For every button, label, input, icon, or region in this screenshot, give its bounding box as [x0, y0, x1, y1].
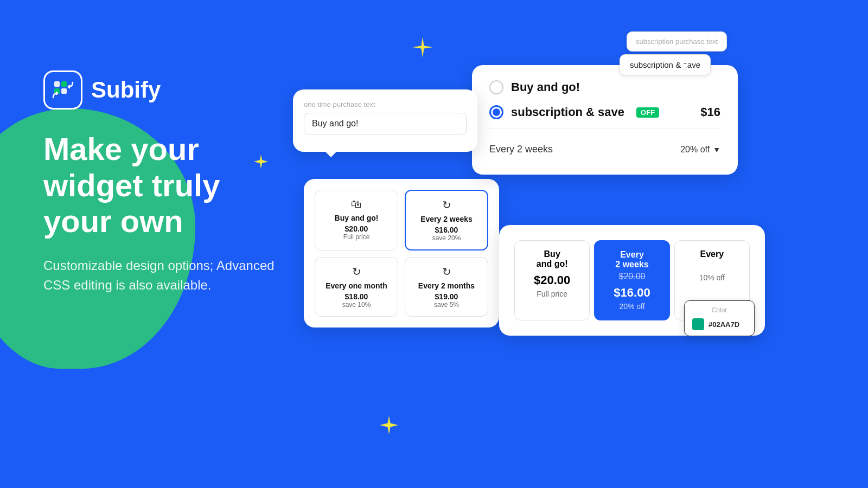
logo-container: Subify — [43, 70, 288, 110]
option-price-2: $16.00 — [412, 226, 481, 234]
option-1month[interactable]: ↻ Every one month $18.00 save 10% — [315, 257, 398, 317]
big-opt-title-2: Every2 weeks — [602, 250, 662, 269]
off-badge: OFF — [636, 107, 659, 118]
option-title-1: Buy and go! — [322, 214, 391, 222]
buy-go-input-display[interactable]: Buy and go! — [304, 113, 467, 134]
option-buy-go[interactable]: 🛍 Buy and go! $20.00 Full price — [315, 190, 398, 251]
save-box: subscription & save — [620, 54, 711, 75]
big-opt-discount-3: 10% off — [681, 273, 743, 282]
star-decoration-top — [412, 37, 433, 60]
subscription-label: subscription & save — [511, 105, 624, 119]
save-box-arrow — [680, 64, 689, 69]
big-opt-discount-1: Full price — [521, 290, 583, 298]
svg-rect-1 — [61, 81, 67, 87]
star-decoration-bottom — [380, 416, 398, 436]
widget-purchase-text: one time purchase text Buy and go! — [293, 89, 477, 152]
option-title-4: Every 2 months — [412, 281, 481, 290]
widget-subscription-toggle: subscription purchase text subscription … — [472, 65, 738, 175]
sub-purchase-label-bubble: subscription purchase text — [627, 31, 727, 52]
refresh-icon-1: ↻ — [412, 198, 481, 211]
buy-go-radio-row[interactable]: Buy and go! — [489, 80, 720, 94]
refresh-icon-3: ↻ — [412, 265, 481, 278]
frequency-label: Every 2 weeks — [489, 144, 553, 155]
main-heading: Make your widget truly your own — [43, 131, 288, 240]
buy-go-radio[interactable] — [489, 80, 503, 94]
logo-icon — [43, 70, 82, 110]
option-savings-2: save 20% — [412, 234, 481, 242]
option-price-1: $20.00 — [322, 224, 391, 233]
options-grid: 🛍 Buy and go! $20.00 Full price ↻ Every … — [315, 190, 488, 317]
option-savings-3: save 10% — [322, 301, 391, 309]
svg-rect-0 — [54, 81, 60, 87]
big-opt-original-2: $20.00 — [602, 272, 662, 281]
option-title-3: Every one month — [322, 281, 391, 290]
color-picker-popup[interactable]: Color #02AA7D — [684, 300, 755, 336]
big-option-3[interactable]: Every 10% off Color #02AA7D — [674, 240, 750, 320]
option-2months[interactable]: ↻ Every 2 months $19.00 save 5% — [405, 257, 488, 317]
color-hex-value: #02AA7D — [709, 320, 739, 329]
star-decoration-small — [254, 155, 268, 171]
logo-text: Subify — [91, 77, 161, 103]
heading-line3: your own — [43, 203, 288, 240]
sub-description: Customizable design options; Advanced CS… — [43, 256, 288, 295]
big-option-2weeks[interactable]: Every2 weeks $20.00 $16.00 20% off — [594, 240, 669, 320]
big-opt-discount-2: 20% off — [602, 302, 662, 311]
widget-grid-options: 🛍 Buy and go! $20.00 Full price ↻ Every … — [304, 179, 499, 328]
frequency-row: Every 2 weeks 20% off ▼ — [489, 139, 720, 159]
big-opt-price-2: $16.00 — [602, 286, 662, 300]
left-panel: Subify Make your widget truly your own C… — [43, 70, 288, 295]
color-popup-label: Color — [692, 306, 746, 314]
heading-line2: widget truly — [43, 168, 288, 204]
sub-purchase-label-text: subscription purchase text — [636, 37, 718, 46]
bag-icon: 🛍 — [322, 198, 391, 210]
subscription-price: $16 — [700, 105, 720, 119]
option-2weeks[interactable]: ↻ Every 2 weeks $16.00 save 20% — [405, 190, 488, 251]
subscription-radio-row[interactable]: subscription & save OFF $16 — [489, 105, 720, 129]
discount-value: 20% off — [680, 145, 710, 155]
buy-go-label: Buy and go! — [511, 80, 580, 94]
color-row: #02AA7D — [692, 318, 746, 330]
option-price-4: $19.00 — [412, 292, 481, 301]
option-savings-4: save 5% — [412, 301, 481, 309]
heading-line1: Make your — [43, 131, 288, 168]
option-price-3: $18.00 — [322, 292, 391, 301]
discount-selector[interactable]: 20% off ▼ — [680, 145, 720, 155]
svg-rect-3 — [61, 88, 67, 94]
color-swatch[interactable] — [692, 318, 704, 330]
big-option-buy-go[interactable]: Buyand go! $20.00 Full price — [514, 240, 590, 320]
big-opt-title-3: Every — [681, 249, 743, 269]
big-options-grid: Buyand go! $20.00 Full price Every2 week… — [514, 240, 750, 320]
big-opt-price-1: $20.00 — [521, 273, 583, 287]
option-savings-1: Full price — [322, 233, 391, 241]
option-title-2: Every 2 weeks — [412, 215, 481, 223]
tooltip-arrow — [326, 152, 336, 157]
save-box-text: subscription & save — [630, 60, 700, 69]
widget-big-options: Buyand go! $20.00 Full price Every2 week… — [499, 225, 765, 336]
purchase-label: one time purchase text — [304, 100, 467, 108]
refresh-icon-2: ↻ — [322, 265, 391, 278]
chevron-down-icon: ▼ — [713, 145, 720, 154]
subscription-radio[interactable] — [489, 105, 503, 119]
big-opt-title-1: Buyand go! — [521, 249, 583, 269]
